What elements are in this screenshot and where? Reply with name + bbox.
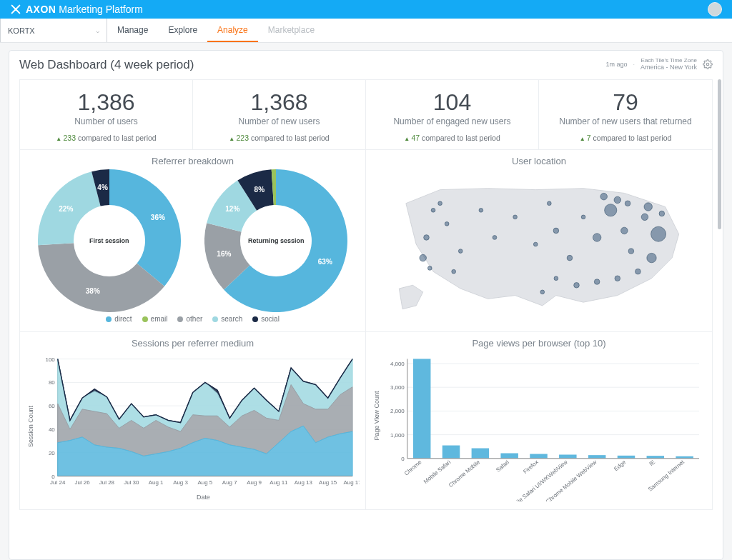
tab-marketplace[interactable]: Marketplace bbox=[258, 19, 325, 42]
svg-point-21 bbox=[581, 215, 585, 219]
svg-text:4%: 4% bbox=[97, 184, 108, 191]
svg-text:Firefox: Firefox bbox=[522, 459, 539, 476]
svg-text:20: 20 bbox=[49, 450, 55, 456]
svg-point-19 bbox=[553, 228, 559, 234]
svg-point-12 bbox=[427, 266, 432, 271]
svg-text:38%: 38% bbox=[86, 288, 100, 296]
legend-item: email bbox=[142, 315, 168, 323]
panel-map: User location bbox=[366, 150, 712, 332]
dashboard-meta: 1m ago · Each Tile's Time Zone America -… bbox=[605, 58, 713, 71]
last-updated: 1m ago bbox=[605, 61, 627, 68]
svg-point-42 bbox=[452, 270, 456, 274]
page-title: Web Dashboard (4 week period) bbox=[19, 58, 194, 72]
svg-text:8%: 8% bbox=[254, 186, 265, 194]
svg-text:Jul 30: Jul 30 bbox=[124, 480, 139, 486]
svg-text:Page View Count: Page View Count bbox=[373, 391, 380, 441]
svg-point-29 bbox=[635, 269, 641, 275]
tab-analyze[interactable]: Analyze bbox=[207, 19, 258, 42]
svg-text:60: 60 bbox=[49, 403, 55, 409]
svg-point-11 bbox=[420, 255, 427, 262]
org-name: KORTX bbox=[8, 26, 35, 35]
svg-text:1,000: 1,000 bbox=[390, 432, 405, 439]
legend-item: social bbox=[252, 315, 280, 323]
svg-text:22%: 22% bbox=[59, 205, 73, 213]
svg-point-23 bbox=[605, 204, 617, 216]
svg-text:16%: 16% bbox=[217, 250, 232, 258]
svg-point-32 bbox=[574, 283, 580, 289]
svg-text:Aug 3: Aug 3 bbox=[173, 480, 188, 486]
brand-logo-icon bbox=[10, 4, 21, 15]
legend-item: direct bbox=[106, 315, 132, 323]
svg-text:4,000: 4,000 bbox=[390, 361, 405, 367]
chevron-down-icon: ⌵ bbox=[96, 27, 99, 34]
scrollbar[interactable] bbox=[718, 79, 721, 229]
svg-text:Aug 7: Aug 7 bbox=[222, 480, 237, 486]
panel-sessions: Sessions per referrer medium Session Cou… bbox=[20, 332, 366, 510]
metric-returned: 79 Number of new users that returned 7 c… bbox=[539, 80, 712, 149]
svg-text:Date: Date bbox=[197, 494, 210, 501]
tab-manage[interactable]: Manage bbox=[107, 19, 158, 42]
svg-point-26 bbox=[641, 214, 648, 221]
tab-explore[interactable]: Explore bbox=[158, 19, 207, 42]
svg-point-41 bbox=[438, 201, 442, 206]
svg-rect-91 bbox=[618, 456, 635, 459]
svg-text:Aug 1: Aug 1 bbox=[149, 480, 164, 486]
svg-text:40: 40 bbox=[49, 426, 55, 433]
svg-text:Aug 13: Aug 13 bbox=[295, 480, 313, 486]
svg-text:Chrome Mobile: Chrome Mobile bbox=[447, 459, 482, 489]
donut-chart[interactable]: 63%16%12%8%Returning session bbox=[204, 169, 347, 312]
svg-point-39 bbox=[659, 211, 665, 216]
svg-text:100: 100 bbox=[45, 356, 55, 363]
sessions-chart[interactable]: Session Count 020406080100 Jul 24Jul 26J… bbox=[26, 351, 360, 501]
svg-point-34 bbox=[540, 290, 545, 294]
svg-rect-90 bbox=[588, 455, 605, 459]
svg-rect-86 bbox=[472, 449, 489, 459]
metric-row: 1,386 Number of users 233 compared to la… bbox=[19, 79, 713, 150]
svg-text:Aug 5: Aug 5 bbox=[198, 480, 213, 486]
svg-text:0: 0 bbox=[401, 456, 405, 462]
svg-point-38 bbox=[644, 203, 652, 211]
us-map[interactable] bbox=[372, 169, 706, 319]
legend-item: other bbox=[177, 315, 202, 323]
svg-text:36%: 36% bbox=[151, 214, 165, 221]
donut-chart[interactable]: 36%38%22%4%First session bbox=[38, 169, 181, 312]
svg-text:Safari: Safari bbox=[495, 459, 510, 473]
gear-icon[interactable] bbox=[703, 59, 713, 69]
svg-point-37 bbox=[625, 201, 630, 206]
svg-rect-88 bbox=[530, 454, 547, 459]
svg-point-30 bbox=[615, 276, 620, 281]
svg-text:Jul 26: Jul 26 bbox=[74, 480, 90, 486]
org-selector[interactable]: KORTX ⌵ bbox=[0, 19, 107, 42]
svg-text:Aug 11: Aug 11 bbox=[269, 480, 288, 486]
browsers-chart[interactable]: Page View Count 01,0002,0003,0004,000 Ch… bbox=[372, 351, 706, 501]
svg-point-24 bbox=[621, 227, 628, 234]
svg-point-36 bbox=[614, 196, 621, 204]
topbar: AXON Marketing Platform bbox=[0, 0, 732, 19]
svg-point-15 bbox=[479, 209, 483, 213]
metric-new-users: 1,368 Number of new users 223 compared t… bbox=[193, 80, 366, 149]
svg-text:3,000: 3,000 bbox=[390, 384, 405, 391]
referrer-legend: directemailothersearchsocial bbox=[26, 312, 360, 326]
svg-rect-92 bbox=[647, 456, 664, 459]
brand: AXON Marketing Platform bbox=[10, 4, 143, 15]
svg-text:2,000: 2,000 bbox=[390, 409, 405, 415]
svg-point-16 bbox=[493, 236, 497, 240]
svg-point-10 bbox=[424, 235, 430, 241]
svg-point-40 bbox=[547, 201, 551, 206]
svg-text:80: 80 bbox=[49, 380, 55, 386]
svg-point-13 bbox=[445, 222, 449, 226]
svg-text:Chrome Mobile WebView: Chrome Mobile WebView bbox=[545, 459, 598, 501]
brand-name: AXON bbox=[26, 4, 56, 15]
nav-row: KORTX ⌵ Manage Explore Analyze Marketpla… bbox=[0, 19, 732, 43]
svg-rect-89 bbox=[559, 455, 576, 459]
svg-rect-87 bbox=[500, 454, 518, 459]
svg-rect-85 bbox=[442, 446, 460, 459]
svg-text:0: 0 bbox=[51, 474, 55, 480]
svg-text:12%: 12% bbox=[226, 205, 240, 213]
avatar[interactable] bbox=[708, 2, 722, 16]
svg-text:Edge: Edge bbox=[613, 459, 627, 472]
svg-point-17 bbox=[513, 215, 518, 219]
svg-point-25 bbox=[628, 249, 634, 254]
panel-referrer: Referrer breakdown 36%38%22%4%First sess… bbox=[20, 150, 366, 332]
svg-point-14 bbox=[458, 249, 463, 254]
